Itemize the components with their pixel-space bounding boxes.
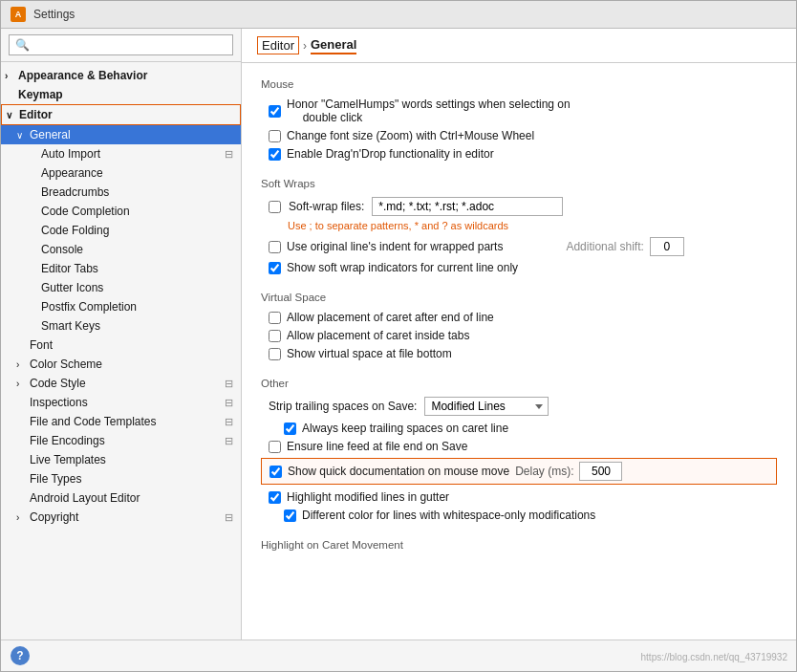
sidebar-item-breadcrumbs[interactable]: Breadcrumbs — [1, 183, 241, 202]
sidebar-item-appearance-behavior[interactable]: › Appearance & Behavior — [1, 66, 241, 85]
expand-arrow: ∨ — [6, 110, 15, 120]
sidebar-item-font[interactable]: Font — [1, 336, 241, 355]
sidebar-item-code-folding[interactable]: Code Folding — [1, 221, 241, 240]
sidebar-item-auto-import[interactable]: Auto Import ⊟ — [1, 144, 241, 163]
checkbox-caret-tabs[interactable] — [269, 330, 281, 342]
sidebar-item-android-layout-editor[interactable]: Android Layout Editor — [1, 488, 241, 508]
sidebar-item-smart-keys[interactable]: Smart Keys — [1, 316, 241, 336]
virtual-space-section-label: Virtual Space — [261, 292, 777, 303]
sidebar: › Appearance & Behavior Keymap ∨ Editor … — [1, 29, 242, 639]
highlight-caret-label: Highlight on Caret Movement — [261, 539, 777, 551]
softwrap-hint: Use ; to separate patterns, * and ? as w… — [261, 220, 777, 231]
checkbox-soft-wrap[interactable] — [269, 201, 281, 213]
option-caret-end: Allow placement of caret after end of li… — [261, 311, 777, 324]
checkbox-original-indent[interactable] — [269, 241, 281, 253]
virtual-space-section: Virtual Space Allow placement of caret a… — [261, 292, 777, 360]
sidebar-item-copyright[interactable]: › Copyright ⊟ — [1, 508, 241, 527]
expand-arrow: ∨ — [16, 130, 26, 141]
option-font-zoom: Change font size (Zoom) with Ctrl+Mouse … — [261, 129, 777, 142]
option-camel-humps: Honor "CamelHumps" words settings when s… — [261, 98, 777, 124]
sidebar-item-console[interactable]: Console — [1, 240, 241, 259]
checkbox-diff-color[interactable] — [284, 509, 296, 522]
delay-input[interactable] — [579, 462, 622, 481]
mouse-section-label: Mouse — [261, 78, 777, 90]
label-camel-humps: Honor "CamelHumps" words settings when s… — [287, 98, 571, 124]
checkbox-keep-trailing[interactable] — [284, 423, 296, 435]
sidebar-item-file-encodings[interactable]: File Encodings ⊟ — [1, 431, 241, 450]
strip-row: Strip trailing spaces on Save: Modified … — [261, 397, 777, 416]
sidebar-item-live-templates[interactable]: Live Templates — [1, 450, 241, 469]
label-font-zoom: Change font size (Zoom) with Ctrl+Mouse … — [287, 129, 534, 142]
checkbox-virtual-bottom[interactable] — [269, 348, 281, 360]
checkbox-font-zoom[interactable] — [269, 130, 281, 142]
option-drag-drop: Enable Drag'n'Drop functionality in edit… — [261, 147, 777, 161]
mouse-section: Mouse Honor "CamelHumps" words settings … — [261, 78, 777, 161]
label-soft-wrap-indicators: Show soft wrap indicators for current li… — [287, 261, 518, 274]
delay-label: Delay (ms): — [515, 465, 573, 478]
soft-wraps-section: Soft Wraps Soft-wrap files: Use ; to sep… — [261, 178, 777, 274]
content-header: Editor › General — [242, 29, 796, 63]
sidebar-item-gutter-icons[interactable]: Gutter Icons — [1, 278, 241, 297]
sidebar-item-postfix-completion[interactable]: Postfix Completion — [1, 297, 241, 316]
checkbox-camel-humps[interactable] — [269, 105, 281, 118]
label-drag-drop: Enable Drag'n'Drop functionality in edit… — [287, 147, 494, 161]
option-soft-wrap-indicators: Show soft wrap indicators for current li… — [261, 261, 777, 274]
sidebar-item-keymap[interactable]: Keymap — [1, 85, 241, 104]
sidebar-item-file-types[interactable]: File Types — [1, 469, 241, 488]
label-original-indent: Use original line's indent for wrapped p… — [287, 240, 503, 253]
option-diff-color: Different color for lines with whitespac… — [261, 509, 777, 522]
expand-arrow: › — [5, 71, 14, 81]
checkbox-highlight-modified[interactable] — [269, 491, 281, 504]
addshift-label: Additional shift: — [566, 240, 643, 253]
badge: ⊟ — [225, 511, 233, 524]
sidebar-item-color-scheme[interactable]: › Color Scheme — [1, 355, 241, 374]
checkbox-quick-doc[interactable] — [269, 466, 282, 478]
label-caret-end: Allow placement of caret after end of li… — [287, 311, 494, 324]
strip-select[interactable]: Modified Lines None All — [424, 397, 549, 416]
option-line-feed: Ensure line feed at file end on Save — [261, 440, 777, 453]
label-line-feed: Ensure line feed at file end on Save — [287, 440, 467, 453]
search-input[interactable] — [9, 34, 233, 55]
checkbox-soft-wrap-indicators[interactable] — [269, 262, 281, 274]
sidebar-item-appearance[interactable]: Appearance — [1, 163, 241, 183]
option-highlight-modified: Highlight modified lines in gutter — [261, 490, 777, 504]
badge: ⊟ — [225, 435, 233, 447]
soft-wraps-section-label: Soft Wraps — [261, 178, 777, 189]
option-virtual-bottom: Show virtual space at file bottom — [261, 347, 777, 360]
content-body: Mouse Honor "CamelHumps" words settings … — [242, 63, 796, 639]
badge: ⊟ — [225, 148, 233, 161]
watermark: https://blog.csdn.net/qq_43719932 — [641, 652, 787, 662]
label-virtual-bottom: Show virtual space at file bottom — [287, 347, 452, 360]
label-quick-doc: Show quick documentation on mouse move — [288, 465, 509, 478]
content-area: Editor › General Mouse Honor "CamelHumps… — [242, 29, 796, 639]
softwrap-patterns-input[interactable] — [372, 197, 563, 216]
help-button[interactable]: ? — [11, 646, 30, 665]
quickdoc-row: Show quick documentation on mouse move D… — [261, 458, 777, 485]
sidebar-item-code-style[interactable]: › Code Style ⊟ — [1, 374, 241, 393]
sidebar-tree: › Appearance & Behavior Keymap ∨ Editor … — [1, 62, 241, 639]
strip-label: Strip trailing spaces on Save: — [269, 400, 417, 413]
checkbox-caret-end[interactable] — [269, 312, 281, 324]
sidebar-item-code-completion[interactable]: Code Completion — [1, 202, 241, 221]
expand-arrow: › — [16, 359, 26, 370]
sidebar-item-editor-tabs[interactable]: Editor Tabs — [1, 259, 241, 278]
sidebar-item-inspections[interactable]: Inspections ⊟ — [1, 393, 241, 412]
badge: ⊟ — [225, 416, 233, 428]
label-keep-trailing: Always keep trailing spaces on caret lin… — [302, 422, 508, 435]
sidebar-item-editor[interactable]: ∨ Editor — [1, 104, 241, 125]
expand-arrow: › — [16, 512, 26, 523]
other-section-label: Other — [261, 378, 777, 389]
checkbox-drag-drop[interactable] — [269, 148, 281, 161]
sidebar-item-general[interactable]: ∨ General — [1, 125, 241, 144]
original-indent-row: Use original line's indent for wrapped p… — [261, 237, 777, 256]
label-diff-color: Different color for lines with whitespac… — [302, 509, 595, 522]
addshift-input[interactable] — [650, 237, 684, 256]
other-section: Other Strip trailing spaces on Save: Mod… — [261, 378, 777, 522]
sidebar-item-file-code-templates[interactable]: File and Code Templates ⊟ — [1, 412, 241, 431]
expand-arrow: › — [16, 379, 26, 389]
badge: ⊟ — [225, 378, 233, 390]
label-highlight-modified: Highlight modified lines in gutter — [287, 490, 449, 504]
checkbox-line-feed[interactable] — [269, 441, 281, 453]
main-layout: › Appearance & Behavior Keymap ∨ Editor … — [1, 29, 796, 639]
title-bar: A Settings — [1, 1, 796, 29]
